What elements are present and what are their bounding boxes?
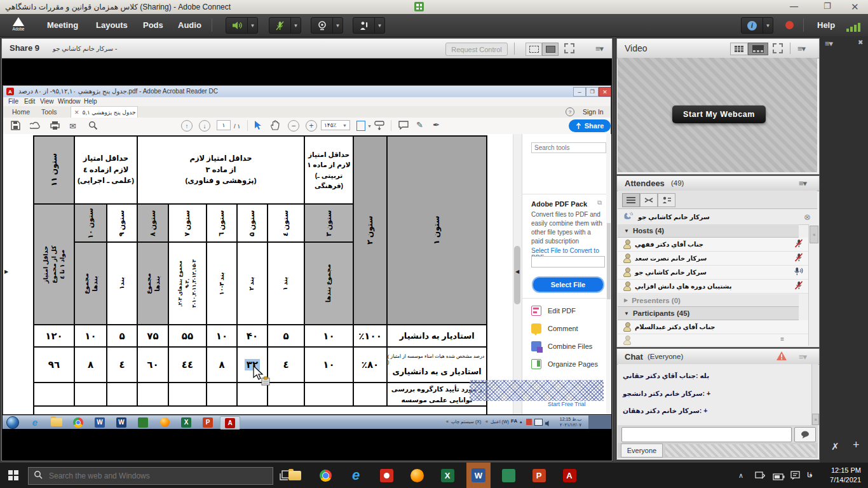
tab-close-icon[interactable]: ✕ [74, 109, 79, 116]
start-button[interactable] [8, 470, 18, 480]
attendees-pod-menu-icon[interactable]: ≡▾ [799, 179, 806, 188]
tab-home[interactable]: Home [12, 108, 30, 116]
taskbar-acrobat-icon[interactable]: A [562, 468, 577, 483]
reader-restore-button[interactable]: ❐ [586, 87, 599, 97]
help-icon[interactable]: ? [566, 107, 574, 116]
shared-show-desktop[interactable] [588, 416, 611, 429]
zoom-in-icon[interactable]: + [306, 120, 317, 132]
tab-tools[interactable]: Tools [41, 108, 57, 116]
organize-pages-item[interactable]: Organize Pages [531, 358, 611, 370]
taskbar-word-icon-active[interactable]: W [466, 463, 491, 488]
webcam-button[interactable]: ▼ [311, 17, 343, 34]
attendees-scrollbar-thumb[interactable]: ≡ [810, 226, 818, 243]
shared-excel-icon[interactable]: X [177, 416, 196, 428]
rail-close-icon[interactable]: ✖ [858, 39, 863, 46]
pencil-tool-icon[interactable]: ✎ [416, 120, 423, 130]
video-filmstrip-view-icon[interactable] [748, 43, 768, 55]
taskbar-firefox-icon[interactable] [409, 468, 424, 483]
combine-files-item[interactable]: Combine Files [531, 340, 611, 353]
tools-panel-scrollbar[interactable] [606, 134, 611, 414]
close-button[interactable]: ✕ [851, 1, 859, 13]
menu-audio[interactable]: Audio [178, 20, 201, 30]
info-dropdown[interactable]: ▼ [763, 18, 773, 33]
tray-notification-icon[interactable] [790, 471, 800, 482]
attendees-scrollbar[interactable]: ≡ [808, 224, 818, 346]
taskbar-clock[interactable]: 12:15 PM 7/14/2021 [822, 466, 861, 485]
dismiss-speaker-icon[interactable]: ⊗ [804, 212, 811, 222]
taskbar-search[interactable] [28, 467, 273, 485]
fullscreen-icon[interactable] [564, 43, 575, 57]
chat-scrollbar[interactable]: ≡ [811, 364, 818, 425]
reader-menu-help[interactable]: Help [84, 98, 97, 105]
request-control-button[interactable]: Request Control [445, 43, 508, 56]
shared-acrobat-icon-active[interactable]: A [220, 416, 240, 430]
reader-menu-view[interactable]: View [40, 98, 54, 105]
attendee-breakout-view-icon[interactable] [640, 193, 658, 207]
reader-share-button[interactable]: Share [569, 119, 611, 132]
reader-menu-file[interactable]: File [8, 98, 18, 105]
convert-file-input[interactable] [531, 256, 605, 268]
microphone-button[interactable]: ▼ [269, 17, 301, 34]
shared-language-indicator[interactable]: FA [511, 418, 517, 424]
previous-page-icon[interactable]: ↑ [181, 120, 193, 132]
shared-powerpoint-icon[interactable]: P [198, 416, 217, 428]
zoom-level-select[interactable]: ۱۴۵٪▼ [321, 120, 350, 130]
attendee-status-view-icon[interactable] [658, 193, 675, 207]
shared-word2-icon[interactable]: W [112, 416, 131, 428]
chat-scrollbar-thumb[interactable]: ≡ [812, 414, 819, 425]
taskbar-red-app-icon[interactable] [379, 468, 394, 483]
video-pod-menu-icon[interactable]: ≡▾ [797, 44, 805, 53]
tray-expand-icon[interactable]: ▴ [520, 419, 522, 424]
attendee-row-host1[interactable]: جناب آقاي دكتر فقهي [618, 238, 808, 252]
taskbar-search-input[interactable] [48, 471, 273, 481]
shared-tray-app2[interactable]: (W) اعنيل [491, 419, 509, 424]
shared-tray-app1[interactable]: (X) سيستم چاپ [451, 419, 481, 424]
email-icon[interactable]: ✉ [69, 121, 76, 131]
page-number-input[interactable]: ۱ [217, 120, 231, 130]
tray-chevron-icon[interactable]: ∧ [738, 471, 743, 480]
microphone-dropdown[interactable]: ▼ [290, 18, 301, 33]
page-fit-icon[interactable]: ▼ [356, 121, 372, 131]
chat-pod-menu-icon[interactable]: ≡▾ [799, 352, 806, 362]
attendee-row-participant1[interactable]: جناب آقاي دكتر عبدالسلام [618, 320, 808, 334]
zoom-out-icon[interactable]: − [288, 120, 299, 132]
video-grid-view-icon[interactable] [730, 43, 748, 55]
search-icon[interactable] [88, 121, 98, 132]
menu-meeting[interactable]: Meeting [47, 20, 78, 30]
start-webcam-button[interactable]: Start My Webcam [672, 105, 766, 123]
hosts-section-header[interactable]: ▼ Hosts (4) [618, 224, 799, 238]
rail-menu-icon[interactable]: ≡▾ [825, 39, 832, 48]
select-file-button[interactable]: Select File [532, 276, 604, 293]
tools-scrollbar-thumb[interactable] [607, 223, 611, 299]
comment-item[interactable]: Comment [531, 322, 611, 335]
attendee-row-host3[interactable]: سركار خانم كاشاني جو [618, 266, 808, 280]
print-icon[interactable] [50, 121, 60, 132]
menu-help[interactable]: Help [817, 20, 835, 30]
taskbar-edge-icon[interactable]: e [348, 468, 363, 483]
tools-search-input[interactable] [531, 142, 606, 153]
connection-info-button[interactable]: i ▼ [741, 17, 773, 34]
shared-green-grid-icon[interactable] [133, 416, 153, 428]
hide-right-panel-icon[interactable]: ◀ [515, 269, 519, 274]
upload-cloud-icon[interactable] [30, 121, 41, 132]
pod-view-solid-icon[interactable] [542, 43, 559, 56]
shared-word-icon[interactable]: W [90, 416, 109, 428]
shared-explorer-icon[interactable] [47, 416, 66, 428]
reader-menu-window[interactable]: Window [58, 98, 81, 105]
reader-close-button[interactable]: ✕ [599, 87, 611, 97]
raise-hand-dropdown[interactable]: ▼ [374, 18, 384, 33]
fill-sign-icon[interactable]: ✒ [433, 120, 440, 130]
warning-icon[interactable] [776, 351, 787, 363]
chat-tab-everyone[interactable]: Everyone [621, 444, 663, 458]
chat-input[interactable] [621, 427, 792, 442]
rail-pointer-tools-icon[interactable]: ✗ [831, 441, 839, 452]
reader-menu-edit[interactable]: Edit [24, 98, 35, 105]
tray-tablet-icon[interactable] [755, 471, 765, 482]
show-left-panel-icon[interactable]: ▶ [4, 269, 8, 274]
scroll-mode-icon[interactable] [374, 121, 384, 133]
attendee-list-view-icon[interactable] [622, 193, 640, 207]
pod-view-dashed-icon[interactable] [526, 43, 542, 56]
taskbar-excel-icon[interactable]: X [440, 468, 455, 483]
tray-language-indicator[interactable]: فا [807, 471, 813, 479]
taskbar-powerpoint-icon[interactable]: P [531, 468, 546, 483]
